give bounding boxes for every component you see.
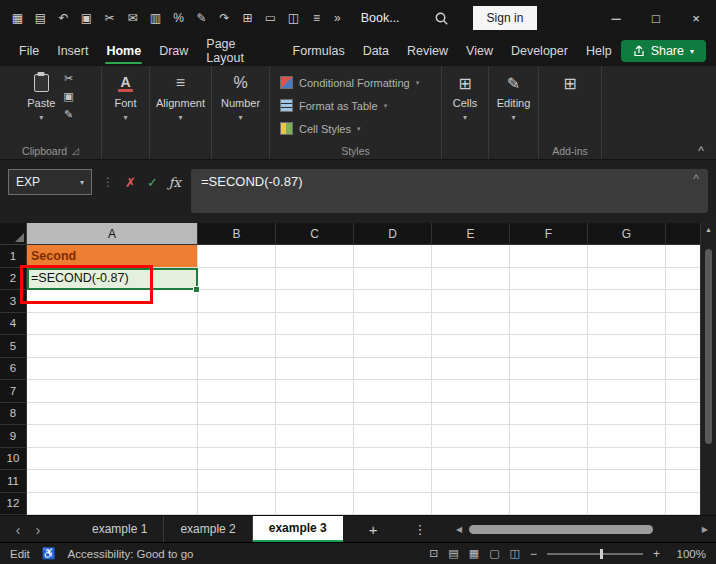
cell-F3[interactable] xyxy=(510,290,588,313)
insert-table-icon[interactable]: ⊞ xyxy=(236,5,259,31)
cell-G6[interactable] xyxy=(588,358,666,381)
camera-icon[interactable]: ◫ xyxy=(282,5,305,31)
scroll-left-icon[interactable]: ◀ xyxy=(456,525,462,534)
row-header-8[interactable]: 8 xyxy=(0,403,27,426)
menu-item-review[interactable]: Review xyxy=(398,39,457,63)
cell-A4[interactable] xyxy=(27,313,198,336)
styles-button-cell-styles[interactable]: Cell Styles▾ xyxy=(270,118,441,139)
cell-F10[interactable] xyxy=(510,448,588,471)
cell-B7[interactable] xyxy=(198,380,276,403)
sheet-nav-right-icon[interactable]: › xyxy=(28,522,48,537)
cell-F11[interactable] xyxy=(510,470,588,493)
sheet-nav-left-icon[interactable]: ‹ xyxy=(8,522,28,537)
qat-overflow-icon[interactable]: » xyxy=(334,11,341,25)
cell-D5[interactable] xyxy=(354,335,432,358)
page-layout-view-icon[interactable]: ▢ xyxy=(489,547,499,560)
menu-item-insert[interactable]: Insert xyxy=(48,39,97,63)
cell-E1[interactable] xyxy=(432,245,510,268)
sign-in-button[interactable]: Sign in xyxy=(473,6,538,30)
cell-C12[interactable] xyxy=(276,493,354,516)
cell-A3[interactable] xyxy=(27,290,198,313)
cell-A1[interactable]: Second xyxy=(27,245,198,268)
cell-G3[interactable] xyxy=(588,290,666,313)
cell-E3[interactable] xyxy=(432,290,510,313)
formula-bar-expand-icon[interactable]: ^ xyxy=(693,172,699,186)
accessibility-status[interactable]: Accessibility: Good to go xyxy=(68,548,194,560)
vertical-scrollbar-thumb[interactable] xyxy=(705,249,712,444)
zoom-out-button[interactable]: − xyxy=(530,547,537,561)
menu-item-data[interactable]: Data xyxy=(354,39,398,63)
workbook-stats-icon[interactable]: ▤ xyxy=(448,547,458,560)
menu-item-formulas[interactable]: Formulas xyxy=(284,39,354,63)
styles-button-format-as-table[interactable]: Format as Table▾ xyxy=(270,95,441,116)
column-header-B[interactable]: B xyxy=(198,223,276,245)
accessibility-icon[interactable]: ♿ xyxy=(42,547,56,560)
cell-E11[interactable] xyxy=(432,470,510,493)
menu-item-help[interactable]: Help xyxy=(577,39,621,63)
cell-D1[interactable] xyxy=(354,245,432,268)
cell-F6[interactable] xyxy=(510,358,588,381)
cell-A10[interactable] xyxy=(27,448,198,471)
cell-E5[interactable] xyxy=(432,335,510,358)
cell-C6[interactable] xyxy=(276,358,354,381)
cell-A9[interactable] xyxy=(27,425,198,448)
cell-F8[interactable] xyxy=(510,403,588,426)
column-header-A[interactable]: A xyxy=(27,223,198,245)
menu-item-page-layout[interactable]: Page Layout xyxy=(197,32,283,70)
cut-icon[interactable]: ✂ xyxy=(63,72,73,85)
row-header-5[interactable]: 5 xyxy=(0,335,27,358)
cell-E4[interactable] xyxy=(432,313,510,336)
cell-C3[interactable] xyxy=(276,290,354,313)
horizontal-scrollbar[interactable]: ◀ ▶ xyxy=(456,523,708,536)
row-header-12[interactable]: 12 xyxy=(0,493,27,516)
cell-G12[interactable] xyxy=(588,493,666,516)
window-icon[interactable]: ▭ xyxy=(259,5,282,31)
redo-icon[interactable]: ↷ xyxy=(213,5,236,31)
select-all-corner[interactable] xyxy=(0,223,27,245)
cell-D12[interactable] xyxy=(354,493,432,516)
cell-C10[interactable] xyxy=(276,448,354,471)
cell-G7[interactable] xyxy=(588,380,666,403)
percent-style-icon[interactable]: % xyxy=(167,5,190,31)
cell-C11[interactable] xyxy=(276,470,354,493)
cell-C2[interactable] xyxy=(276,268,354,291)
font-group-button[interactable]: A Font ▾ xyxy=(114,66,136,142)
cell-C5[interactable] xyxy=(276,335,354,358)
cell-E2[interactable] xyxy=(432,268,510,291)
cancel-icon[interactable]: ✗ xyxy=(125,175,136,190)
search-icon[interactable] xyxy=(434,11,449,26)
zoom-slider-thumb[interactable] xyxy=(600,549,603,559)
cell-C8[interactable] xyxy=(276,403,354,426)
cell-A5[interactable] xyxy=(27,335,198,358)
copy-icon[interactable]: ▣ xyxy=(75,5,98,31)
column-header-E[interactable]: E xyxy=(432,223,510,245)
sheet-tab-example-3[interactable]: example 3 xyxy=(253,516,343,542)
cell-B3[interactable] xyxy=(198,290,276,313)
cut-icon[interactable]: ✂ xyxy=(98,5,121,31)
sheet-tab-example-1[interactable]: example 1 xyxy=(76,516,164,542)
fill-handle[interactable] xyxy=(193,286,200,293)
cell-B12[interactable] xyxy=(198,493,276,516)
cell-G4[interactable] xyxy=(588,313,666,336)
cell-F12[interactable] xyxy=(510,493,588,516)
cell-D3[interactable] xyxy=(354,290,432,313)
number-group-button[interactable]: % Number ▾ xyxy=(221,66,260,142)
sheet-menu-icon[interactable]: ⋮ xyxy=(414,522,427,537)
format-painter-icon[interactable]: ✎ xyxy=(63,108,73,121)
app-menu-icon[interactable]: ▦ xyxy=(6,5,29,31)
normal-view-icon[interactable]: ▦ xyxy=(469,547,479,560)
name-box[interactable]: EXP ▾ xyxy=(8,169,92,195)
cell-F4[interactable] xyxy=(510,313,588,336)
cell-B5[interactable] xyxy=(198,335,276,358)
cell-F9[interactable] xyxy=(510,425,588,448)
scroll-right-icon[interactable]: ▶ xyxy=(702,525,708,534)
cell-D2[interactable] xyxy=(354,268,432,291)
cell-B2[interactable] xyxy=(198,268,276,291)
format-painter-icon[interactable]: ✎ xyxy=(190,5,213,31)
cell-A12[interactable] xyxy=(27,493,198,516)
cell-B8[interactable] xyxy=(198,403,276,426)
menu-item-file[interactable]: File xyxy=(10,39,48,63)
scroll-up-icon[interactable]: ▲ xyxy=(701,226,716,233)
macro-record-icon[interactable]: ⊡ xyxy=(429,547,438,560)
print-icon[interactable]: ≡ xyxy=(305,5,328,31)
